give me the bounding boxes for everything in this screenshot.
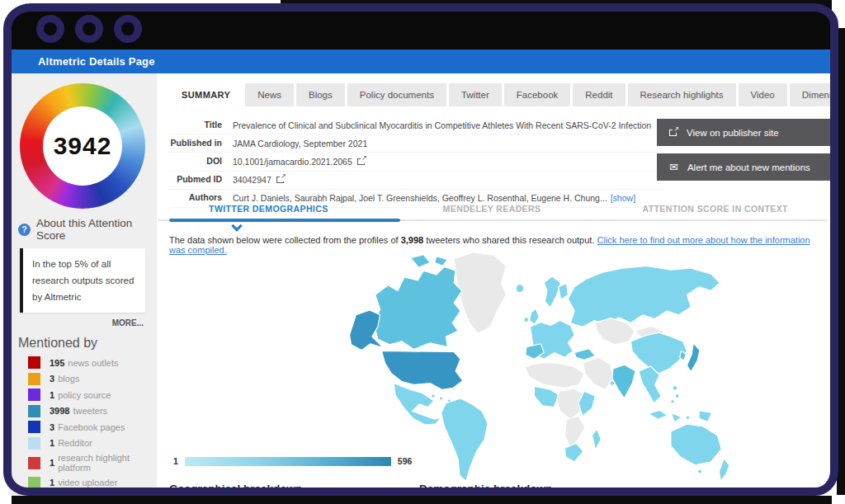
subtab-mendeley-readers[interactable]: MENDELEY READERS (380, 204, 604, 214)
doi-value[interactable]: 10.1001/jamacardio.2021.2065 (233, 157, 352, 167)
subtab-bar: TWITTER DEMOGRAPHICS MENDELEY READERS AT… (157, 204, 827, 214)
list-item[interactable]: 1 video uploader (28, 477, 157, 489)
about-label: About this Attention Score (36, 217, 149, 242)
map-mexico (394, 383, 441, 425)
main-panel: SUMMARY News Blogs Policy documents Twit… (157, 73, 835, 496)
map-new-zealand (719, 459, 729, 481)
tab-video[interactable]: Video (739, 83, 787, 106)
tab-news[interactable]: News (245, 83, 294, 106)
map-saudi (583, 357, 614, 389)
tab-research-highlights[interactable]: Research highlights (628, 83, 736, 106)
legend-min: 1 (173, 456, 178, 466)
subtab-twitter-demographics[interactable]: TWITTER DEMOGRAPHICS (157, 204, 380, 214)
content-area: 3942 About this Attention Score In the t… (8, 73, 835, 496)
altmetric-donut-badge[interactable]: 3942 (20, 83, 145, 209)
map-greenland (454, 252, 506, 333)
window-button-icon[interactable] (36, 15, 64, 43)
page-header: Altmetric Details Page (8, 49, 835, 73)
mentioned-by-heading: Mentioned by (18, 336, 145, 351)
publication-details: Title Prevalence of Clinical and Subclin… (169, 116, 664, 208)
tab-dimensions-citations[interactable]: Dimensions citations (790, 83, 835, 106)
detail-row-pubmed: Pubmed ID 34042947 (169, 172, 664, 190)
reddit-swatch-icon (28, 437, 40, 450)
pubmed-value[interactable]: 34042947 (233, 175, 271, 185)
policy-swatch-icon (28, 389, 40, 401)
view-on-publisher-button[interactable]: View on publisher site (657, 119, 835, 146)
map-india (612, 365, 635, 398)
facebook-swatch-icon (28, 421, 40, 433)
more-link[interactable]: MORE... (8, 318, 144, 327)
subtab-notch-icon (231, 220, 243, 232)
map-png (699, 411, 712, 422)
sidebar: 3942 About this Attention Score In the t… (8, 73, 157, 496)
geographical-breakdown-heading: Geographical breakdown (169, 483, 302, 495)
frame-bottom-fill (12, 496, 832, 504)
map-china (630, 332, 687, 374)
score-context-quote: In the top 5% of all research outputs sc… (20, 248, 145, 313)
map-regions[interactable] (350, 252, 729, 481)
map-north-africa (525, 363, 584, 389)
subtab-attention-score-context[interactable]: ATTENTION SCORE IN CONTEXT (603, 204, 827, 214)
map-south-america (441, 398, 488, 481)
highlight-swatch-icon (28, 457, 40, 469)
list-item[interactable]: 1 research highlight platform (28, 453, 157, 473)
map-russia (568, 266, 720, 327)
video-swatch-icon (28, 477, 40, 489)
envelope-icon (669, 161, 678, 173)
subtab-active-underline (169, 219, 400, 222)
window-button-icon[interactable] (114, 15, 142, 43)
browser-chrome-bar (8, 8, 835, 49)
page-title: Altmetric Details Page (38, 55, 155, 68)
map-madagascar (592, 429, 602, 450)
attention-score: 3942 (54, 132, 112, 160)
map-indonesia (649, 411, 668, 420)
map-color-legend: 1 596 (173, 456, 412, 466)
alert-new-mentions-button[interactable]: Alert me about new mentions (657, 153, 835, 181)
list-item[interactable]: 3 Facebook pages (28, 421, 157, 433)
tab-policy-documents[interactable]: Policy documents (347, 83, 446, 106)
tab-reddit[interactable]: Reddit (573, 83, 625, 106)
tab-bar: SUMMARY News Blogs Policy documents Twit… (169, 83, 835, 106)
external-link-icon (669, 130, 677, 136)
map-australia (671, 424, 721, 465)
list-item[interactable]: 3 blogs (28, 373, 157, 385)
map-west-africa (535, 386, 559, 407)
detail-row-doi: DOI 10.1001/jamacardio.2021.2065 (169, 153, 664, 171)
tab-facebook[interactable]: Facebook (504, 83, 571, 106)
legend-max: 596 (398, 456, 413, 466)
demographic-breakdown-heading: Demographic breakdown (419, 483, 552, 495)
list-item[interactable]: 195 news outlets (28, 356, 157, 369)
window-button-icon[interactable] (75, 15, 103, 43)
list-item[interactable]: 1 policy source (28, 389, 157, 401)
world-map-choropleth[interactable] (326, 247, 743, 488)
legend-gradient-bar (185, 457, 391, 466)
tab-blogs[interactable]: Blogs (296, 83, 345, 106)
list-item[interactable]: 1 Redditor (28, 437, 157, 450)
blogs-swatch-icon (28, 373, 40, 385)
map-uk (530, 309, 540, 324)
about-attention-score[interactable]: About this Attention Score (18, 217, 149, 242)
external-link-icon[interactable] (276, 177, 284, 183)
external-link-icon[interactable] (357, 158, 365, 165)
tab-summary[interactable]: SUMMARY (169, 83, 243, 106)
world-map (326, 247, 743, 488)
frame-top-fill (281, 0, 832, 10)
frame-right-fill (837, 28, 845, 495)
show-authors-link[interactable]: [show] (611, 193, 635, 203)
map-canada (374, 266, 462, 349)
tab-twitter[interactable]: Twitter (449, 83, 502, 106)
news-swatch-icon (28, 356, 40, 369)
map-turkey (574, 349, 595, 360)
map-south-africa (564, 443, 583, 461)
detail-row-title: Title Prevalence of Clinical and Subclin… (169, 116, 664, 134)
map-scandinavia (544, 276, 560, 308)
map-japan (687, 343, 700, 372)
twitter-swatch-icon (28, 405, 40, 417)
tweeter-count: 3,998 (401, 235, 424, 245)
altmetric-details-page: Altmetric Details Page 3942 About this A… (0, 0, 845, 504)
list-item[interactable]: 3998 tweeters (28, 405, 157, 417)
help-icon (18, 224, 31, 236)
detail-row-published-in: Published in JAMA Cardiology, September … (169, 134, 664, 153)
